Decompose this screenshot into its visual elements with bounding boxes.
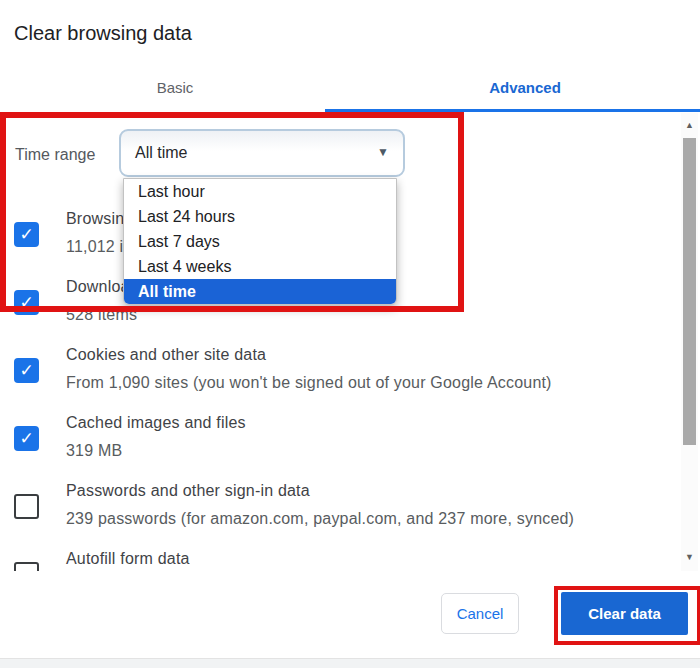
cancel-button[interactable]: Cancel bbox=[441, 593, 519, 634]
scrollbar[interactable]: ▲ ▼ bbox=[681, 113, 698, 571]
row-detail: 239 passwords (for amazon.com, paypal.co… bbox=[66, 510, 574, 528]
time-range-label: Time range bbox=[15, 146, 95, 164]
row-label: Passwords and other sign-in data bbox=[66, 482, 310, 500]
tab-advanced[interactable]: Advanced bbox=[350, 76, 700, 110]
row-detail: 319 MB bbox=[66, 442, 122, 460]
tab-basic[interactable]: Basic bbox=[0, 76, 350, 110]
clear-browsing-data-dialog: Clear browsing data Basic Advanced Time … bbox=[0, 0, 700, 668]
dialog-title: Clear browsing data bbox=[14, 22, 192, 45]
scrollbar-down-arrow-icon[interactable]: ▼ bbox=[681, 549, 698, 565]
chevron-down-icon: ▼ bbox=[377, 145, 389, 159]
dropdown-option-last-4-weeks[interactable]: Last 4 weeks bbox=[124, 254, 396, 279]
autofill-checkbox[interactable] bbox=[14, 562, 39, 571]
cached-images-checkbox[interactable]: ✓ bbox=[14, 426, 39, 451]
annotation-box-clear-data: Clear data bbox=[554, 586, 700, 645]
scrollbar-up-arrow-icon[interactable]: ▲ bbox=[681, 117, 698, 133]
row-detail: From 1,090 sites (you won't be signed ou… bbox=[66, 374, 552, 392]
row-label: Cached images and files bbox=[66, 414, 246, 432]
passwords-checkbox[interactable] bbox=[14, 494, 39, 519]
row-detail: 528 items bbox=[66, 306, 137, 324]
browsing-history-checkbox[interactable]: ✓ bbox=[14, 222, 39, 247]
time-range-dropdown-list: Last hour Last 24 hours Last 7 days Last… bbox=[123, 178, 397, 305]
row-label: Cookies and other site data bbox=[66, 346, 266, 364]
download-history-checkbox[interactable]: ✓ bbox=[14, 290, 39, 315]
dropdown-option-last-7-days[interactable]: Last 7 days bbox=[124, 229, 396, 254]
time-range-selected-value: All time bbox=[135, 144, 187, 162]
dropdown-option-last-hour[interactable]: Last hour bbox=[124, 179, 396, 204]
active-tab-underline bbox=[325, 109, 700, 112]
dialog-scroll-area: Time range All time ▼ ✓ Browsing history… bbox=[0, 113, 700, 571]
time-range-select[interactable]: All time ▼ bbox=[119, 129, 405, 177]
dropdown-option-last-24-hours[interactable]: Last 24 hours bbox=[124, 204, 396, 229]
row-label: Autofill form data bbox=[66, 550, 190, 568]
scrollbar-thumb[interactable] bbox=[683, 138, 696, 445]
dropdown-option-all-time[interactable]: All time bbox=[124, 279, 396, 304]
dialog-bottom-edge bbox=[0, 658, 700, 668]
clear-data-button[interactable]: Clear data bbox=[561, 592, 688, 635]
cookies-checkbox[interactable]: ✓ bbox=[14, 358, 39, 383]
